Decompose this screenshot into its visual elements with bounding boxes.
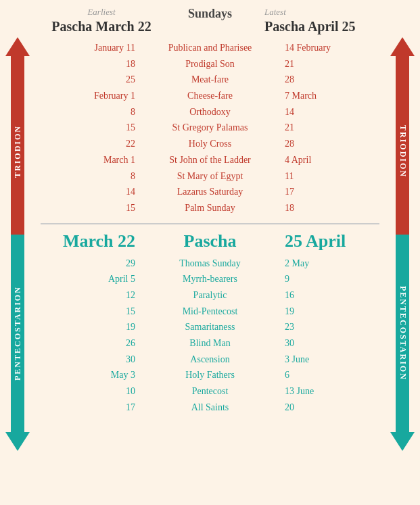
bottom-center-name: Pentecost	[142, 384, 278, 399]
pente-left-arrow: PENTECOSTARION	[5, 235, 30, 451]
top-center-name: Publican and Pharisee	[142, 41, 278, 55]
bottom-table-row: May 3 Holy Fathers 6	[47, 367, 373, 383]
top-center-name: Meat-fare	[142, 72, 278, 87]
bottom-right-date: 20	[278, 400, 373, 415]
top-right-date: 14 February	[278, 41, 373, 55]
top-table-row: 25 Meat-fare 28	[47, 72, 373, 88]
bottom-right-date: 23	[278, 320, 373, 335]
top-center-name: St Mary of Egypt	[142, 169, 278, 184]
bottom-center-title: Pascha	[142, 231, 278, 251]
bottom-center-name: Ascension	[142, 352, 278, 367]
bottom-left-title: March 22	[47, 231, 142, 251]
bottom-right-date: 6	[278, 368, 373, 383]
bottom-center-name: Myrrh-bearers	[142, 272, 278, 287]
bottom-table-row: 26 Blind Man 30	[47, 335, 373, 352]
top-table-row: January 11 Publican and Pharisee 14 Febr…	[47, 40, 373, 56]
top-table-row: 15 Palm Sunday 18	[47, 200, 373, 216]
top-center-name: Holy Cross	[142, 137, 278, 151]
top-section: TRIODION TRIODION Earliest Pascha March …	[0, 7, 420, 216]
page: TRIODION TRIODION Earliest Pascha March …	[0, 0, 420, 505]
bottom-table-row: 17 All Saints 20	[47, 400, 373, 416]
bottom-left-date: 12	[47, 288, 142, 303]
bottom-left-date: 19	[47, 320, 142, 335]
bottom-right-date: 30	[278, 336, 373, 351]
bottom-left-date: 10	[47, 384, 142, 399]
sundays-col: Sundays	[156, 7, 264, 21]
bottom-right-date: 16	[278, 288, 373, 303]
bottom-right-date: 9	[278, 272, 373, 287]
bottom-data-rows: 29 Thomas Sunday 2 May April 5 Myrrh-bea…	[41, 256, 379, 416]
bottom-center-name: Samaritaness	[142, 320, 278, 335]
top-table-row: 8 St Mary of Egypt 11	[47, 168, 373, 185]
top-right-date: 11	[278, 169, 373, 184]
bottom-left-date: 26	[47, 336, 142, 351]
bottom-section: PENTECOSTARION PENTECOSTARION March 22 P…	[0, 231, 420, 416]
top-center-name: Lazarus Saturday	[142, 185, 278, 199]
top-right-date: 28	[278, 72, 373, 87]
top-left-date: March 1	[47, 153, 142, 168]
bottom-left-date: April 5	[47, 272, 142, 287]
top-left-date: January 11	[47, 41, 142, 55]
bottom-center-name: Blind Man	[142, 336, 278, 351]
bottom-center-name: Mid-Pentecost	[142, 304, 278, 319]
bottom-center-name: Holy Fathers	[142, 368, 278, 383]
bottom-left-date: 17	[47, 400, 142, 415]
top-left-date: 15	[47, 120, 142, 135]
bottom-headers: March 22 Pascha 25 April	[41, 231, 379, 251]
top-right-date: 21	[278, 57, 373, 72]
triodion-left-label: TRIODION	[11, 56, 24, 247]
earliest-label: Earliest	[47, 7, 156, 18]
top-headers: Earliest Pascha March 22 Sundays Latest …	[41, 7, 379, 34]
top-table-row: March 1 St John of the Ladder 4 April	[47, 152, 373, 168]
arrow-up-icon-right	[390, 37, 415, 56]
top-table-row: February 1 Cheese-fare 7 March	[47, 88, 373, 104]
bottom-table-row: April 5 Myrrh-bearers 9	[47, 271, 373, 287]
bottom-right-date: 3 June	[278, 352, 373, 367]
arrow-down-icon-right	[390, 432, 415, 451]
top-center-name: St John of the Ladder	[142, 153, 278, 168]
top-center-name: Orthodoxy	[142, 105, 278, 120]
bottom-table-row: 30 Ascension 3 June	[47, 352, 373, 368]
bottom-right-title: 25 April	[278, 231, 373, 251]
top-center-name: Prodigal Son	[142, 57, 278, 72]
bottom-left-date: May 3	[47, 368, 142, 383]
top-right-date: 21	[278, 120, 373, 135]
top-right-date: 28	[278, 137, 373, 151]
bottom-table-row: 15 Mid-Pentecost 19	[47, 304, 373, 320]
bottom-table-row: 10 Pentecost 13 June	[47, 383, 373, 400]
bottom-table-row: 19 Samaritaness 23	[47, 319, 373, 335]
pente-right-label: PENTECOSTARION	[396, 235, 409, 432]
top-center-name: St Gregory Palamas	[142, 120, 278, 135]
earliest-col: Earliest Pascha March 22	[47, 7, 156, 34]
latest-col: Latest Pascha April 25	[264, 7, 373, 34]
triodion-right-arrow: TRIODION	[390, 37, 415, 247]
top-center-name: Cheese-fare	[142, 89, 278, 103]
bottom-center-name: All Saints	[142, 400, 278, 415]
bottom-left-date: 30	[47, 352, 142, 367]
top-right-date: 7 March	[278, 89, 373, 103]
arrow-up-icon	[5, 37, 30, 56]
bottom-right-date: 13 June	[278, 384, 373, 399]
section-divider	[41, 223, 379, 224]
top-table-row: 18 Prodigal Son 21	[47, 56, 373, 72]
top-center-name: Palm Sunday	[142, 201, 278, 216]
top-right-date: 14	[278, 105, 373, 120]
bottom-table-row: 12 Paralytic 16	[47, 287, 373, 304]
top-right-date: 17	[278, 185, 373, 199]
top-table-row: 22 Holy Cross 28	[47, 136, 373, 152]
latest-date: Pascha April 25	[264, 19, 355, 34]
bottom-table-row: 29 Thomas Sunday 2 May	[47, 256, 373, 272]
top-right-date: 4 April	[278, 153, 373, 168]
top-left-date: 18	[47, 57, 142, 72]
top-right-date: 18	[278, 201, 373, 216]
latest-label: Latest	[264, 7, 373, 18]
top-table-row: 15 St Gregory Palamas 21	[47, 120, 373, 136]
bottom-right-date: 19	[278, 304, 373, 319]
earliest-date: Pascha March 22	[51, 19, 151, 34]
bottom-left-date: 15	[47, 304, 142, 319]
pente-right-arrow: PENTECOSTARION	[390, 235, 415, 451]
triodion-right-label: TRIODION	[396, 56, 409, 247]
top-left-date: February 1	[47, 89, 142, 103]
top-left-date: 15	[47, 201, 142, 216]
bottom-center-name: Thomas Sunday	[142, 256, 278, 271]
